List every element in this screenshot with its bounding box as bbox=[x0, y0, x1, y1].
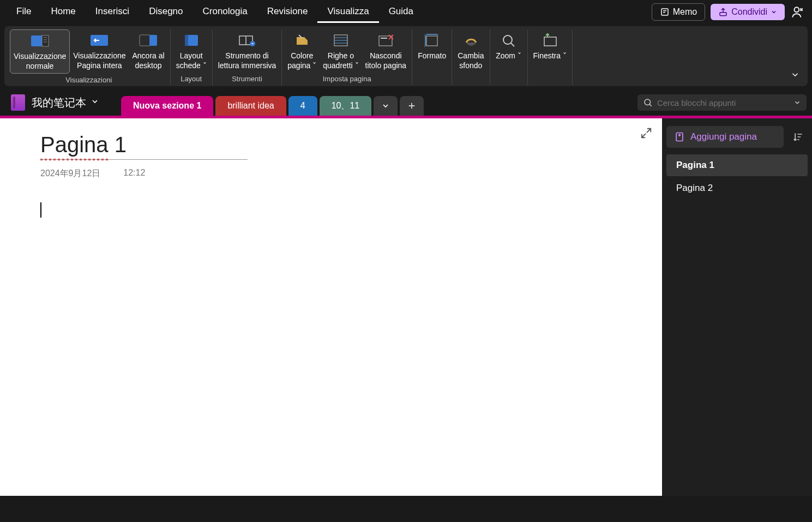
ribbon-group-title bbox=[431, 63, 433, 75]
ribbon-label: Cambia sfondo bbox=[458, 51, 484, 70]
svg-point-2 bbox=[795, 7, 799, 12]
share-icon bbox=[718, 7, 728, 17]
notebook-dropdown[interactable] bbox=[91, 97, 99, 108]
background-icon bbox=[461, 33, 480, 48]
ribbon-hide-title[interactable]: Nascondi titolo pagina bbox=[362, 29, 410, 73]
menu-tab-guida[interactable]: Guida bbox=[379, 2, 423, 23]
ribbon-label: Righe o quadretti ˅ bbox=[323, 51, 358, 70]
ribbon-group-title bbox=[508, 63, 510, 75]
view-fullpage-icon bbox=[89, 33, 109, 48]
zoom-icon bbox=[499, 33, 519, 48]
sort-pages-button[interactable] bbox=[789, 126, 808, 148]
ribbon-label: Formato bbox=[418, 51, 446, 61]
section-tab[interactable]: brilliant idea bbox=[215, 96, 286, 116]
svg-rect-12 bbox=[185, 35, 188, 46]
ribbon-collapse-button[interactable] bbox=[790, 70, 800, 82]
search-input[interactable] bbox=[657, 98, 790, 107]
page-list-panel: Aggiungi pagina Pagina 1Pagina 2 bbox=[662, 118, 812, 496]
memo-button[interactable]: Memo bbox=[652, 3, 705, 21]
page-list-item[interactable]: Pagina 1 bbox=[666, 154, 808, 176]
svg-rect-4 bbox=[42, 35, 49, 46]
notebook-bar: 我的笔记本 Nuova sezione 1brilliant idea410、1… bbox=[0, 89, 812, 116]
ribbon-zoom[interactable]: Zoom ˅ bbox=[492, 29, 525, 63]
section-tab[interactable]: 4 bbox=[288, 96, 317, 116]
ribbon-label: Nascondi titolo pagina bbox=[365, 51, 407, 70]
menu-tab-inserisci[interactable]: Inserisci bbox=[86, 2, 139, 23]
account-icon[interactable] bbox=[790, 4, 805, 20]
menu-tab-visualizza[interactable]: Visualizza bbox=[317, 2, 378, 23]
ribbon-dock-desktop[interactable]: Ancora al desktop bbox=[129, 29, 168, 74]
section-tab[interactable]: Nuova sezione 1 bbox=[121, 96, 213, 116]
add-page-button[interactable]: Aggiungi pagina bbox=[666, 126, 784, 148]
ribbon-label: Visualizzazione normale bbox=[14, 52, 66, 71]
ribbon-label: Zoom ˅ bbox=[496, 51, 521, 61]
ribbon: Visualizzazione normaleVisualizzazione P… bbox=[4, 26, 808, 86]
add-page-label: Aggiungi pagina bbox=[690, 131, 757, 142]
ribbon-tab-layout[interactable]: Layout schede ˅ bbox=[173, 29, 210, 73]
share-label: Condividi bbox=[731, 7, 767, 17]
add-section-button[interactable] bbox=[400, 96, 424, 116]
ribbon-window[interactable]: Finestra ˅ bbox=[530, 29, 570, 63]
ribbon-label: Visualizzazione Pagina intera bbox=[73, 51, 125, 70]
menu-tab-revisione[interactable]: Revisione bbox=[257, 2, 318, 23]
ribbon-label: Colore pagina ˅ bbox=[287, 51, 316, 70]
note-icon bbox=[660, 7, 670, 17]
ribbon-view-fullpage[interactable]: Visualizzazione Pagina intera bbox=[70, 29, 129, 74]
paper-size-icon bbox=[422, 33, 442, 48]
page-list-item[interactable]: Pagina 2 bbox=[666, 177, 808, 199]
notebook-icon bbox=[11, 94, 25, 111]
ribbon-label: Strumento di lettura immersiva bbox=[218, 51, 276, 70]
ribbon-label: Ancora al desktop bbox=[133, 51, 165, 70]
ribbon-group-title: Strumenti bbox=[232, 73, 262, 84]
hide-title-icon bbox=[376, 33, 395, 48]
menu-tab-disegno[interactable]: Disegno bbox=[139, 2, 193, 23]
notebook-name[interactable]: 我的笔记本 bbox=[32, 95, 86, 110]
ribbon-page-color[interactable]: Colore pagina ˅ bbox=[284, 29, 320, 73]
menu-tab-home[interactable]: Home bbox=[41, 2, 85, 23]
fullscreen-button[interactable] bbox=[640, 127, 652, 141]
page-title-input[interactable] bbox=[40, 133, 248, 160]
ribbon-paper-size[interactable]: Formato bbox=[414, 29, 449, 63]
add-page-icon bbox=[674, 131, 685, 142]
search-icon bbox=[643, 98, 653, 107]
rule-lines-icon bbox=[331, 33, 351, 48]
ribbon-group-title bbox=[549, 63, 551, 75]
section-overflow-button[interactable] bbox=[374, 96, 398, 116]
dock-desktop-icon bbox=[139, 33, 158, 48]
window-icon bbox=[540, 33, 560, 48]
ribbon-label: Finestra ˅ bbox=[533, 51, 567, 61]
ribbon-rule-lines[interactable]: Righe o quadretti ˅ bbox=[320, 29, 362, 73]
ribbon-group-title bbox=[470, 73, 472, 84]
svg-rect-1 bbox=[720, 13, 726, 16]
page-color-icon bbox=[292, 33, 312, 48]
ribbon-group-title: Imposta pagina bbox=[323, 73, 371, 84]
tab-layout-icon bbox=[182, 33, 201, 48]
view-normal-icon bbox=[30, 33, 50, 49]
ribbon-view-normal[interactable]: Visualizzazione normale bbox=[10, 29, 70, 74]
svg-rect-22 bbox=[544, 37, 556, 46]
memo-label: Memo bbox=[673, 7, 697, 17]
chevron-down-icon bbox=[771, 9, 777, 15]
ribbon-group-title: Visualizzazioni bbox=[65, 74, 112, 85]
ribbon-immersive-reader[interactable]: Strumento di lettura immersiva bbox=[215, 29, 280, 73]
svg-rect-10 bbox=[149, 35, 157, 46]
svg-rect-9 bbox=[140, 35, 151, 46]
menu-tab-cronologia[interactable]: Cronologia bbox=[193, 2, 257, 23]
ribbon-group-title: Layout bbox=[181, 73, 202, 84]
page-time: 12:12 bbox=[123, 168, 145, 179]
section-tab[interactable]: 10、11 bbox=[320, 96, 372, 116]
chevron-down-icon[interactable] bbox=[793, 99, 801, 106]
share-button[interactable]: Condividi bbox=[711, 4, 785, 20]
page-canvas[interactable]: 2024年9月12日 12:12 bbox=[0, 118, 662, 496]
menu-tab-file[interactable]: File bbox=[7, 2, 41, 23]
svg-rect-20 bbox=[426, 36, 437, 46]
immersive-reader-icon bbox=[237, 33, 257, 48]
svg-point-23 bbox=[645, 99, 651, 105]
ribbon-background[interactable]: Cambia sfondo bbox=[454, 29, 487, 73]
ribbon-label: Layout schede ˅ bbox=[176, 51, 207, 70]
svg-point-21 bbox=[503, 35, 512, 44]
menu-tabs: FileHomeInserisciDisegnoCronologiaRevisi… bbox=[7, 2, 423, 23]
search-box[interactable] bbox=[637, 94, 807, 111]
text-cursor bbox=[40, 202, 41, 218]
page-date: 2024年9月12日 bbox=[40, 168, 100, 179]
